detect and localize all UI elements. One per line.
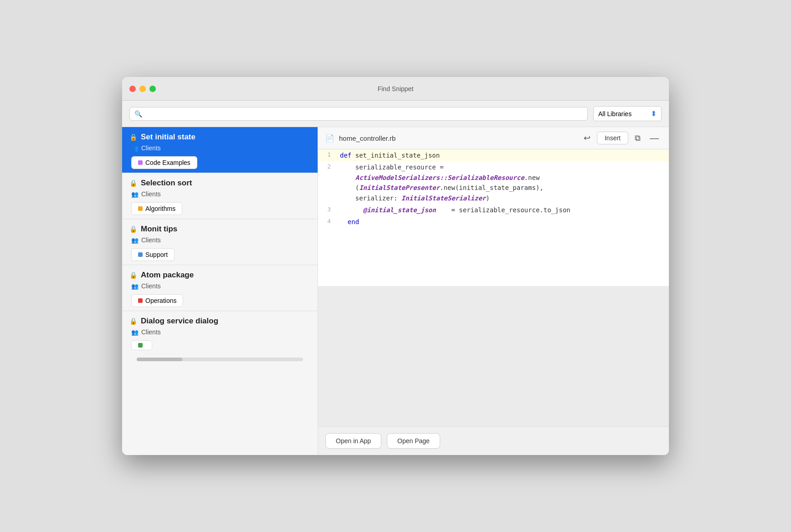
search-input[interactable] — [145, 110, 583, 118]
horizontal-scrollbar[interactable] — [137, 358, 303, 361]
clients-label: Clients — [141, 190, 161, 198]
code-line-1: 1 def set_initial_state_json — [318, 149, 669, 161]
minimize-button[interactable] — [139, 86, 146, 92]
clients-icon: 👥 — [131, 237, 139, 244]
right-panel: 📄 home_controller.rb ↩ Insert ⧉ — 1 def … — [318, 127, 669, 455]
collapse-button[interactable]: — — [647, 132, 662, 144]
copy-button[interactable]: ⧉ — [632, 133, 643, 144]
close-button[interactable] — [129, 86, 136, 92]
tag-label: Support — [145, 251, 168, 258]
clients-label: Clients — [141, 328, 161, 336]
scrollbar-thumb[interactable] — [137, 358, 182, 361]
snippet-title: Monit tips — [141, 225, 177, 234]
snippet-title: Selection sort — [141, 179, 192, 188]
left-panel: 🔒 Set initial state 👥 Clients Code Examp… — [122, 127, 318, 455]
clients-label: Clients — [141, 236, 161, 244]
tag-label: Algorithms — [145, 205, 175, 212]
lock-icon: 🔒 — [129, 179, 137, 187]
tag-dot-purple — [138, 160, 143, 165]
snippet-clients: 👥 Clients — [131, 144, 310, 152]
tag-pill-algorithms[interactable]: Algorithms — [131, 202, 182, 215]
file-name: home_controller.rb — [339, 134, 576, 142]
snippet-header: 🔒 Selection sort — [129, 179, 310, 188]
tag-label: Code Examples — [145, 159, 190, 166]
tag-pill-support[interactable]: Support — [131, 248, 175, 261]
clients-icon: 👥 — [131, 329, 139, 336]
snippet-clients: 👥 Clients — [131, 282, 310, 290]
snippet-item-selection-sort[interactable]: 🔒 Selection sort 👥 Clients Algorithms — [122, 173, 318, 219]
main-window: Find Snippet 🔍 All Libraries ⬍ 🔒 Set ini… — [122, 77, 669, 455]
snippet-title: Dialog service dialog — [141, 317, 218, 326]
line-content: end — [336, 216, 669, 228]
chevron-updown-icon: ⬍ — [651, 109, 657, 118]
line-number: 4 — [318, 216, 336, 228]
open-page-button[interactable]: Open Page — [387, 433, 440, 449]
code-line-2: 2 serializable_resource = ActiveModelSer… — [318, 161, 669, 204]
snippet-header: 🔒 Atom package — [129, 271, 310, 280]
traffic-lights — [129, 86, 156, 92]
tag-dot-red — [138, 298, 143, 303]
lock-icon: 🔒 — [129, 271, 137, 279]
back-button[interactable]: ↩ — [581, 132, 593, 144]
tag-label: Operations — [145, 297, 176, 304]
library-select-label: All Libraries — [598, 110, 648, 118]
tag-pill-operations[interactable]: Operations — [131, 294, 183, 307]
search-icon: 🔍 — [134, 110, 142, 118]
line-number: 1 — [318, 149, 336, 161]
snippet-clients: 👥 Clients — [131, 190, 310, 198]
snippet-header: 🔒 Monit tips — [129, 225, 310, 234]
clients-label: Clients — [141, 282, 161, 290]
library-select[interactable]: All Libraries ⬍ — [593, 106, 662, 121]
snippet-clients: 👥 Clients — [131, 236, 310, 244]
line-number: 3 — [318, 204, 336, 216]
tag-dot-yellow — [138, 206, 143, 211]
titlebar: Find Snippet — [122, 77, 669, 101]
line-content: def set_initial_state_json — [336, 149, 669, 161]
snippet-item-monit-tips[interactable]: 🔒 Monit tips 👥 Clients Support — [122, 219, 318, 265]
snippet-item-atom-package[interactable]: 🔒 Atom package 👥 Clients Operations — [122, 265, 318, 311]
tag-dot-blue — [138, 252, 143, 257]
lock-icon: 🔒 — [129, 133, 137, 141]
snippet-header: 🔒 Dialog service dialog — [129, 317, 310, 326]
snippet-clients: 👥 Clients — [131, 328, 310, 336]
maximize-button[interactable] — [149, 86, 156, 92]
empty-preview-area — [318, 286, 669, 426]
tag-pill-code-examples[interactable]: Code Examples — [131, 156, 197, 169]
snippet-title: Atom package — [141, 271, 194, 280]
code-line-3: 3 @initial_state_json = serializable_res… — [318, 204, 669, 216]
snippet-item-dialog-service[interactable]: 🔒 Dialog service dialog 👥 Clients — [122, 311, 318, 354]
lock-icon: 🔒 — [129, 317, 137, 325]
search-box[interactable]: 🔍 — [129, 107, 588, 121]
insert-button[interactable]: Insert — [597, 132, 628, 144]
snippet-title: Set initial state — [141, 133, 195, 142]
header-actions: ↩ Insert ⧉ — — [581, 132, 662, 144]
snippet-header: 🔒 Set initial state — [129, 133, 310, 142]
code-table: 1 def set_initial_state_json 2 serializa… — [318, 149, 669, 228]
code-header: 📄 home_controller.rb ↩ Insert ⧉ — — [318, 127, 669, 149]
code-area: 1 def set_initial_state_json 2 serializa… — [318, 149, 669, 286]
scrollbar-container — [122, 354, 318, 365]
line-number: 2 — [318, 161, 336, 204]
file-icon: 📄 — [325, 134, 334, 143]
footer-actions: Open in App Open Page — [318, 426, 669, 455]
window-title: Find Snippet — [378, 85, 414, 92]
main-content: 🔒 Set initial state 👥 Clients Code Examp… — [122, 127, 669, 455]
open-in-app-button[interactable]: Open in App — [325, 433, 381, 449]
code-line-4: 4 end — [318, 216, 669, 228]
snippet-item-set-initial-state[interactable]: 🔒 Set initial state 👥 Clients Code Examp… — [122, 127, 318, 173]
tag-pill-green[interactable] — [131, 340, 152, 350]
clients-icon: 👥 — [131, 191, 139, 198]
tag-dot-green — [138, 343, 143, 348]
clients-label: Clients — [141, 144, 161, 152]
toolbar: 🔍 All Libraries ⬍ — [122, 101, 669, 127]
line-content: @initial_state_json = serializable_resou… — [336, 204, 669, 216]
line-content: serializable_resource = ActiveModelSeria… — [336, 161, 669, 204]
clients-icon: 👥 — [131, 145, 139, 152]
clients-icon: 👥 — [131, 283, 139, 290]
lock-icon: 🔒 — [129, 225, 137, 233]
